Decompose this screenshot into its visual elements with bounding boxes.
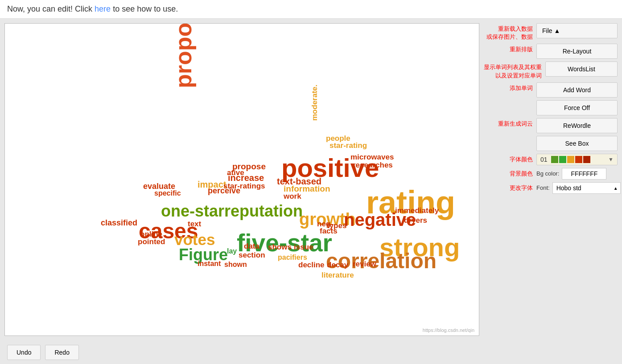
rewordle-label: 重新生成词云 — [484, 118, 533, 128]
file-section: 重新载入数据 或保存图片、数据 File ▲ — [484, 23, 618, 41]
wordcloud-word[interactable]: specific — [154, 189, 181, 197]
font-select-wrapper: Hobo std Arial Times New Roman — [552, 182, 621, 194]
header-link[interactable]: here — [95, 4, 111, 13]
wordcloud-word[interactable]: issue — [294, 243, 313, 252]
wordcloud-word[interactable]: microwaves — [350, 153, 394, 162]
addword-label: 添加单词 — [484, 82, 533, 92]
color-section: 字体颜色 01 ▼ — [484, 154, 618, 165]
color-dropdown-icon: ▼ — [608, 156, 614, 163]
wordslist-section: 显示单词列表及其权重 以及设置对应单词 WordsList — [484, 61, 618, 79]
wordcloud-word[interactable]: moderate. — [310, 85, 319, 121]
font-inner: Font: Hobo std Arial Times New Roman — [536, 182, 621, 194]
rewordle-section: 重新生成词云 ReWordle See Box — [484, 118, 618, 151]
wordcloud-word[interactable]: work — [284, 192, 301, 201]
file-label: 重新载入数据 或保存图片、数据 — [484, 23, 533, 41]
addword-button[interactable]: Add Word — [536, 82, 618, 98]
color-number: 01 — [540, 156, 548, 163]
file-button[interactable]: File ▲ — [536, 23, 618, 38]
wordcloud-word[interactable]: dryers — [404, 216, 427, 225]
bgcolor-input[interactable] — [562, 168, 606, 180]
wordcloud-canvas: proportionpositiveratingone-starreputati… — [4, 23, 479, 336]
swatch-orange — [567, 156, 574, 163]
font-label: 更改字体 — [484, 184, 533, 192]
seebox-button[interactable]: See Box — [536, 136, 618, 151]
swatch-darkred — [583, 156, 590, 163]
wordcloud-container: proportionpositiveratingone-starreputati… — [5, 24, 479, 335]
font-text: Font: — [536, 184, 550, 191]
font-section: 更改字体 Font: Hobo std Arial Times New Roma… — [484, 182, 618, 194]
relayout-section: 重新排版 Re-Layout — [484, 44, 618, 59]
bgcolor-section: 背景颜色 Bg color: — [484, 168, 618, 180]
wordcloud-word[interactable]: section — [239, 251, 265, 260]
wordslist-label: 显示单词列表及其权重 以及设置对应单词 — [484, 61, 542, 79]
swatch-green — [551, 156, 558, 163]
addword-section: 添加单词 Add Word Force Off — [484, 82, 618, 115]
wordcloud-word[interactable]: ative — [227, 168, 244, 177]
wordcloud-word[interactable]: classified — [101, 218, 137, 228]
wordcloud-word[interactable]: pointed — [138, 237, 165, 246]
wordslist-button[interactable]: WordsList — [545, 61, 618, 77]
wordcloud-word[interactable]: shown — [224, 261, 247, 269]
swatch-green2 — [559, 156, 566, 163]
wordcloud-word[interactable]: literature — [321, 271, 354, 280]
wordcloud-word[interactable]: text — [188, 220, 201, 229]
wordcloud-word[interactable]: data — [244, 242, 260, 251]
bgcolor-text: Bg color: — [536, 170, 559, 177]
color-selector[interactable]: 01 ▼ — [536, 154, 618, 165]
wordcloud-word[interactable]: immediately — [395, 206, 439, 215]
relayout-button[interactable]: Re-Layout — [536, 44, 618, 59]
color-swatches — [551, 156, 590, 163]
top-bar: Now, you can edit! Click here to see how… — [0, 0, 622, 19]
wordcloud-word[interactable]: review — [353, 260, 376, 269]
wordcloud-word[interactable]: lay — [227, 247, 237, 255]
header-text-before: Now, you can edit! Click — [7, 4, 95, 13]
wordcloud-word[interactable]: star-ratings — [223, 182, 265, 191]
sidebar: 重新载入数据 或保存图片、数据 File ▲ 重新排版 Re-Layout 显示… — [484, 23, 618, 336]
redo-button[interactable]: Redo — [45, 345, 78, 360]
watermark: https://blog.csdn.net/qin — [423, 327, 474, 333]
wordcloud-word[interactable]: decline — [298, 261, 325, 270]
wordcloud-word[interactable]: shows — [268, 243, 292, 252]
wordcloud-word[interactable]: star-rating — [330, 141, 367, 150]
bgcolor-inner: Bg color: — [536, 168, 618, 180]
wordcloud-word[interactable]: one-starreputation — [161, 202, 303, 221]
forceoff-button[interactable]: Force Off — [536, 100, 618, 115]
wordcloud-word[interactable]: instant — [198, 260, 221, 268]
wordcloud-word[interactable]: researches — [353, 161, 393, 170]
wordcloud-word[interactable]: types — [327, 221, 346, 230]
font-select[interactable]: Hobo std Arial Times New Roman — [552, 182, 621, 194]
swatch-red — [575, 156, 582, 163]
header-text-after: to see how to use. — [111, 4, 178, 13]
undo-button[interactable]: Undo — [7, 345, 41, 360]
wordcloud-word[interactable]: proportion — [170, 23, 197, 88]
relayout-label: 重新排版 — [484, 44, 533, 53]
wordcloud-word[interactable]: decay — [327, 261, 348, 270]
bottom-bar: Undo Redo — [0, 340, 622, 364]
bgcolor-label: 背景颜色 — [484, 170, 533, 178]
color-label: 字体颜色 — [484, 155, 533, 164]
rewordle-button[interactable]: ReWordle — [536, 118, 618, 133]
